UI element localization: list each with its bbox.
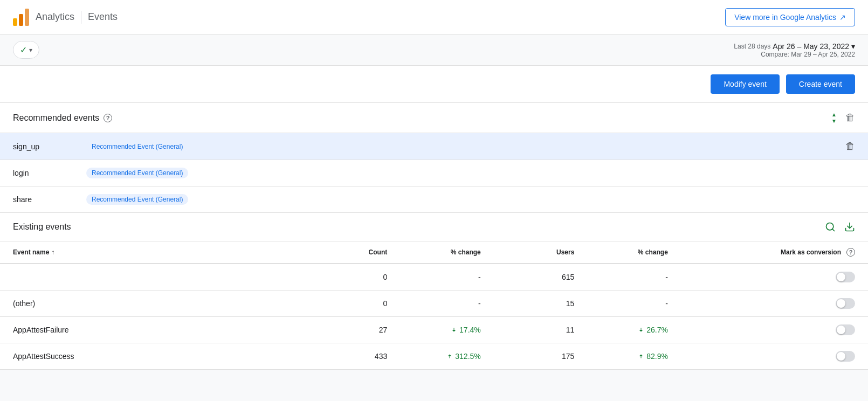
mark-conversion-help-icon[interactable]: ? xyxy=(846,248,855,257)
cell-users-empty: 615 xyxy=(481,273,575,281)
delete-signup-icon[interactable]: 🗑 xyxy=(845,141,855,152)
cell-name-attestfailure: AppAttestFailure xyxy=(13,326,294,334)
cell-count-empty: 0 xyxy=(294,273,388,281)
last-days-label: Last 28 days xyxy=(734,43,770,50)
users-change-value-attestsuccess: 82.9% xyxy=(574,352,668,361)
dropdown-icon: ▾ xyxy=(29,46,32,54)
event-name-login: login xyxy=(13,169,78,177)
event-row-login: login Recommended Event (General) xyxy=(0,160,868,186)
cell-count-change-attestfailure: 17.4% xyxy=(387,326,481,334)
recommended-events-icons: ▲ ▼ 🗑 xyxy=(831,112,855,124)
existing-events-header: Existing events xyxy=(0,213,868,241)
filter-button[interactable]: ✓ ▾ xyxy=(13,41,39,59)
cell-toggle-attestsuccess xyxy=(668,351,855,362)
header-left: Analytics Events xyxy=(13,9,118,26)
toggle-empty[interactable] xyxy=(836,272,855,282)
event-tag-login: Recommended Event (General) xyxy=(86,168,188,178)
table-row-attestfailure: AppAttestFailure 27 17.4% 11 26.7% xyxy=(0,317,868,343)
recommended-events-help-icon[interactable]: ? xyxy=(104,114,112,122)
event-row-signup: sign_up Recommended Event (General) 🗑 xyxy=(0,133,868,160)
main-content: Modify event Create event Recommended ev… xyxy=(0,66,868,370)
table-row-attestsuccess: AppAttestSuccess 433 312.5% 175 82.9% xyxy=(0,343,868,370)
toggle-other[interactable] xyxy=(836,298,855,309)
logo-bar-1 xyxy=(13,18,17,26)
col-event-name[interactable]: Event name ↑ xyxy=(13,248,294,257)
cell-users-change-other: - xyxy=(574,299,668,308)
cell-users-attestfailure: 11 xyxy=(481,326,575,334)
download-icon-button[interactable] xyxy=(844,222,855,232)
cell-name-other: (other) xyxy=(13,299,294,308)
cell-users-attestsuccess: 175 xyxy=(481,352,575,361)
toolbar: ✓ ▾ Last 28 days Apr 26 – May 23, 2022 ▾… xyxy=(0,34,868,66)
down-arrow-icon-2 xyxy=(638,327,644,333)
cell-count-change-other: - xyxy=(387,299,481,308)
cell-users-change-attestsuccess: 82.9% xyxy=(574,352,668,361)
sort-up-down-icon: ▲ ▼ xyxy=(831,112,837,124)
event-row-share: share Recommended Event (General) xyxy=(0,186,868,213)
col-count-change: % change xyxy=(387,248,481,257)
download-icon xyxy=(844,222,855,232)
toggle-attestfailure[interactable] xyxy=(836,324,855,335)
check-icon: ✓ xyxy=(20,45,27,55)
count-change-value-attestsuccess: 312.5% xyxy=(387,352,481,361)
existing-events-icons xyxy=(825,222,855,232)
trash-icon: 🗑 xyxy=(845,112,855,123)
event-name-signup: sign_up xyxy=(13,142,78,151)
col-count: Count xyxy=(294,248,388,257)
date-dropdown-icon: ▾ xyxy=(851,42,855,51)
table-row-empty: 0 - 615 - xyxy=(0,264,868,291)
delete-all-icon-button[interactable]: 🗑 xyxy=(845,112,855,123)
date-compare-label: Compare: Mar 29 – Apr 25, 2022 xyxy=(734,51,855,58)
up-arrow-icon-2 xyxy=(638,353,644,359)
cell-toggle-other xyxy=(668,298,855,309)
cell-users-change-attestfailure: 26.7% xyxy=(574,326,668,334)
recommended-events-header: Recommended events ? ▲ ▼ 🗑 xyxy=(0,103,868,133)
logo-bar-3 xyxy=(25,9,29,26)
search-icon xyxy=(825,222,836,232)
sort-arrow-icon: ↑ xyxy=(51,248,54,256)
sort-icon-button[interactable]: ▲ ▼ xyxy=(831,112,837,124)
cell-users-other: 15 xyxy=(481,299,575,308)
cell-users-change-empty: - xyxy=(574,273,668,281)
date-range-value: Apr 26 – May 23, 2022 xyxy=(773,42,849,51)
app-header: Analytics Events View more in Google Ana… xyxy=(0,0,868,34)
view-more-label: View more in Google Analytics xyxy=(734,13,836,22)
date-range-container: Last 28 days Apr 26 – May 23, 2022 ▾ Com… xyxy=(734,42,855,58)
logo-bar-2 xyxy=(19,14,23,26)
col-mark-conversion: Mark as conversion ? xyxy=(668,248,855,257)
svg-line-1 xyxy=(832,229,835,231)
analytics-logo xyxy=(13,9,29,26)
cell-count-other: 0 xyxy=(294,299,388,308)
event-tag-signup: Recommended Event (General) xyxy=(86,141,188,152)
table-header-row: Event name ↑ Count % change Users % chan… xyxy=(0,241,868,264)
modify-event-button[interactable]: Modify event xyxy=(711,74,779,94)
action-bar: Modify event Create event xyxy=(0,66,868,103)
users-change-value-attestfailure: 26.7% xyxy=(574,326,668,334)
cell-count-attestsuccess: 433 xyxy=(294,352,388,361)
create-event-button[interactable]: Create event xyxy=(786,74,855,94)
cell-count-change-empty: - xyxy=(387,273,481,281)
toggle-attestsuccess[interactable] xyxy=(836,351,855,362)
cell-count-change-attestsuccess: 312.5% xyxy=(387,352,481,361)
external-link-icon: ↗ xyxy=(839,13,846,22)
table-row-other: (other) 0 - 15 - xyxy=(0,291,868,317)
cell-toggle-attestfailure xyxy=(668,324,855,335)
recommended-events-title: Recommended events ? xyxy=(13,113,112,123)
view-more-button[interactable]: View more in Google Analytics ↗ xyxy=(725,8,855,26)
down-arrow-icon-1 xyxy=(451,327,457,333)
cell-count-attestfailure: 27 xyxy=(294,326,388,334)
analytics-title: Analytics xyxy=(36,11,74,23)
search-icon-button[interactable] xyxy=(825,222,836,232)
events-table: Event name ↑ Count % change Users % chan… xyxy=(0,241,868,370)
event-name-share: share xyxy=(13,195,78,204)
event-tag-share: Recommended Event (General) xyxy=(86,194,188,205)
cell-name-attestsuccess: AppAttestSuccess xyxy=(13,352,294,361)
events-subtitle: Events xyxy=(88,11,118,23)
header-divider xyxy=(81,11,81,24)
cell-toggle-empty xyxy=(668,272,855,282)
existing-events-title: Existing events xyxy=(13,222,71,232)
existing-events-label: Existing events xyxy=(13,222,71,232)
recommended-events-label: Recommended events xyxy=(13,113,99,123)
up-arrow-icon-1 xyxy=(446,353,453,359)
date-range-main[interactable]: Last 28 days Apr 26 – May 23, 2022 ▾ xyxy=(734,42,855,51)
